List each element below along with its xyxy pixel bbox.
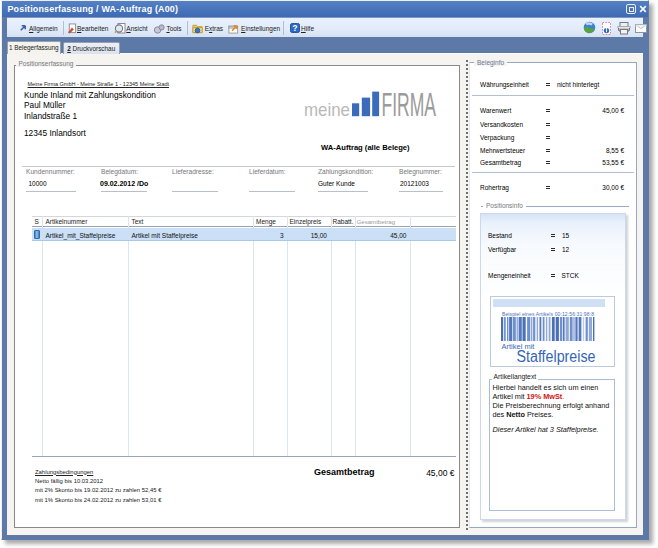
svg-text:?: ? — [292, 24, 297, 33]
svg-text:meine: meine — [304, 99, 350, 120]
svg-text:FIRMA: FIRMA — [382, 88, 437, 120]
svg-text:Staffelpreise: Staffelpreise — [517, 348, 596, 365]
